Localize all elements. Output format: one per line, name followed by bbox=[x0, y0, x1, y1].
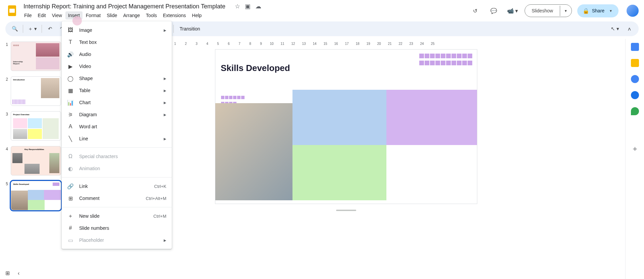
menu-item-shape[interactable]: ◯Shape▶ bbox=[62, 72, 172, 84]
menu-item-icon: A bbox=[67, 124, 74, 130]
ruler-tick: 14 bbox=[309, 42, 320, 46]
menu-item-new-slide[interactable]: ＋New slideCtrl+M bbox=[62, 210, 172, 222]
slide-thumbnail-2[interactable]: Introduction bbox=[11, 76, 61, 106]
maps-addon-icon[interactable] bbox=[631, 107, 639, 115]
transition-button[interactable]: Transition bbox=[176, 26, 204, 31]
menu-item-text-box[interactable]: TText box bbox=[62, 36, 172, 48]
menu-item-icon: ⚞ bbox=[67, 112, 74, 118]
menu-insert[interactable]: Insert bbox=[65, 11, 83, 19]
menu-item-label: Text box bbox=[79, 40, 166, 45]
menu-edit[interactable]: Edit bbox=[35, 11, 49, 19]
ruler-tick: 11 bbox=[277, 42, 288, 46]
slide-thumbnail-3[interactable]: Project Overview bbox=[11, 111, 61, 141]
slide-thumbnail-1[interactable]: ▦▦▦InternshipReport bbox=[11, 42, 61, 71]
slide-canvas[interactable]: Skills Developed bbox=[215, 50, 477, 204]
cloud-status-icon[interactable]: ☁ bbox=[255, 3, 261, 10]
search-menus-button[interactable]: 🔍 bbox=[9, 23, 20, 34]
slides-logo[interactable] bbox=[5, 4, 19, 17]
menu-item-label: Comment bbox=[79, 196, 141, 201]
menu-view[interactable]: View bbox=[49, 11, 65, 19]
slide-title-text[interactable]: Skills Developed bbox=[221, 63, 290, 73]
menu-item-chart[interactable]: 📊Chart▶ bbox=[62, 96, 172, 109]
menu-item-label: Slide numbers bbox=[79, 225, 166, 231]
hide-menus-button[interactable]: ʌ bbox=[624, 23, 635, 34]
ruler-tick: 4 bbox=[202, 42, 213, 46]
slide-image-placeholder[interactable] bbox=[215, 103, 303, 200]
menu-item-diagram[interactable]: ⚞Diagram▶ bbox=[62, 109, 172, 121]
get-addons-icon[interactable]: ＋ bbox=[631, 145, 639, 153]
ruler-tick: 23 bbox=[406, 42, 417, 46]
share-button[interactable]: 🔒 Share ▼ bbox=[577, 4, 619, 17]
ruler-tick: 2 bbox=[180, 42, 191, 46]
new-slide-button[interactable]: ＋ ▾ bbox=[26, 23, 39, 34]
menu-item-label: Audio bbox=[79, 52, 166, 57]
submenu-arrow-icon: ▶ bbox=[164, 238, 166, 242]
ruler-tick: 13 bbox=[299, 42, 309, 46]
menu-item-icon: T bbox=[67, 39, 74, 45]
slideshow-button[interactable]: Slideshow bbox=[525, 5, 560, 17]
menu-item-placeholder: ▭Placeholder▶ bbox=[62, 234, 172, 246]
slide-thumbnail-5[interactable]: Skills Developed bbox=[11, 181, 61, 210]
slideshow-button-group: Slideshow ▼ bbox=[525, 4, 572, 17]
contacts-addon-icon[interactable] bbox=[631, 91, 639, 99]
menu-item-audio[interactable]: 🔊Audio bbox=[62, 48, 172, 60]
insert-menu-dropdown: 🖼Image▶TText box🔊Audio▶Video◯Shape▶▦Tabl… bbox=[62, 21, 172, 249]
menu-file[interactable]: File bbox=[21, 11, 35, 19]
menu-item-label: Shape bbox=[79, 76, 158, 81]
ruler-tick: 19 bbox=[363, 42, 374, 46]
menu-item-icon: ╲ bbox=[67, 136, 74, 142]
menu-item-icon: ⊞ bbox=[67, 195, 74, 202]
menu-help[interactable]: Help bbox=[189, 11, 204, 19]
menu-item-comment[interactable]: ⊞CommentCtrl+Alt+M bbox=[62, 192, 172, 204]
slide-thumb-row: 1▦▦▦InternshipReport bbox=[4, 42, 63, 71]
menu-item-word-art[interactable]: AWord art bbox=[62, 121, 172, 133]
submenu-arrow-icon: ▶ bbox=[164, 77, 166, 80]
menu-format[interactable]: Format bbox=[83, 11, 103, 19]
collapse-filmstrip-icon[interactable]: ‹ bbox=[18, 270, 19, 276]
submenu-arrow-icon: ▶ bbox=[164, 89, 166, 92]
menu-item-video[interactable]: ▶Video bbox=[62, 60, 172, 72]
comments-icon[interactable]: 💬 bbox=[487, 4, 500, 17]
meet-icon[interactable]: 📹 ▾ bbox=[506, 4, 519, 17]
menu-separator bbox=[62, 147, 172, 148]
ruler-tick: 18 bbox=[352, 42, 363, 46]
menu-slide[interactable]: Slide bbox=[104, 11, 120, 19]
menu-item-special-characters: ΩSpecial characters bbox=[62, 150, 172, 162]
calendar-addon-icon[interactable] bbox=[631, 43, 639, 51]
slideshow-dropdown[interactable]: ▼ bbox=[560, 6, 572, 16]
undo-button[interactable]: ↶ bbox=[45, 23, 55, 34]
tasks-addon-icon[interactable] bbox=[631, 75, 639, 83]
menu-item-icon: ▦ bbox=[67, 87, 74, 94]
document-title[interactable]: Internship Report: Training and Project … bbox=[21, 2, 227, 11]
quadrant-green[interactable] bbox=[292, 145, 386, 200]
grid-view-icon[interactable]: ⊞ bbox=[5, 270, 10, 276]
menu-item-icon: 📊 bbox=[67, 99, 74, 106]
history-icon[interactable]: ↺ bbox=[468, 4, 482, 17]
slide-number: 3 bbox=[4, 111, 8, 141]
menu-item-image[interactable]: 🖼Image▶ bbox=[62, 24, 172, 36]
menu-item-slide-numbers[interactable]: #Slide numbers bbox=[62, 222, 172, 234]
menu-item-icon: ◐ bbox=[67, 165, 74, 172]
pointer-mode-button[interactable]: ↖ ▾ bbox=[609, 23, 621, 34]
keep-addon-icon[interactable] bbox=[631, 59, 639, 67]
slide-thumb-row: 5Skills Developed bbox=[4, 181, 63, 210]
star-icon[interactable]: ☆ bbox=[235, 3, 240, 10]
menu-tools[interactable]: Tools bbox=[143, 11, 160, 19]
quadrant-blue[interactable] bbox=[292, 90, 386, 145]
menu-item-table[interactable]: ▦Table▶ bbox=[62, 84, 172, 96]
move-icon[interactable]: ▣ bbox=[245, 3, 251, 10]
menu-item-shortcut: Ctrl+K bbox=[154, 184, 166, 189]
menu-item-line[interactable]: ╲Line▶ bbox=[62, 133, 172, 145]
menu-item-link[interactable]: 🔗LinkCtrl+K bbox=[62, 180, 172, 192]
menu-extensions[interactable]: Extensions bbox=[160, 11, 189, 19]
speaker-notes-handle[interactable] bbox=[336, 210, 356, 211]
quadrant-purple[interactable] bbox=[386, 90, 477, 145]
quadrant-white[interactable] bbox=[386, 145, 477, 200]
menu-arrange[interactable]: Arrange bbox=[120, 11, 143, 19]
ruler-tick: 21 bbox=[384, 42, 395, 46]
ruler-tick: 22 bbox=[395, 42, 406, 46]
account-avatar[interactable] bbox=[627, 5, 639, 17]
menu-item-icon: ▶ bbox=[67, 63, 74, 70]
submenu-arrow-icon: ▶ bbox=[164, 101, 166, 104]
slide-thumbnail-4[interactable]: Key Responsibilities bbox=[11, 146, 61, 176]
